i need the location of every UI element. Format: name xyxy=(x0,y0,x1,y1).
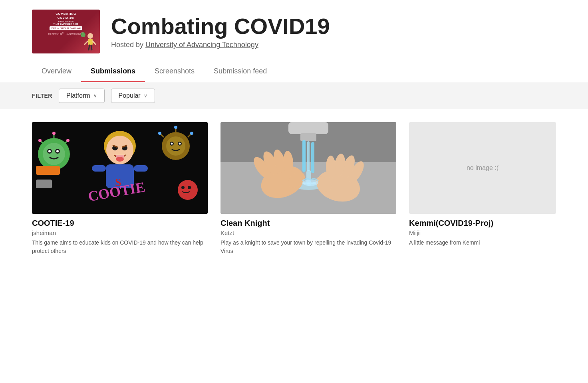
sort-filter-label: Popular xyxy=(119,92,141,99)
svg-point-44 xyxy=(174,126,177,129)
svg-rect-51 xyxy=(36,180,52,188)
tab-screenshots[interactable]: Screenshots xyxy=(145,61,204,82)
logo-subtitle: VIDEOGAMESTHAT EMPOWER KIDS xyxy=(54,20,79,25)
hosted-org-link[interactable]: University of Advancing Technology xyxy=(145,41,258,49)
svg-point-46 xyxy=(190,132,193,135)
svg-line-4 xyxy=(89,45,89,50)
tab-overview[interactable]: Overview xyxy=(32,61,81,82)
platform-filter-label: Platform xyxy=(66,92,90,99)
clean-knight-author: Ketzt xyxy=(220,229,396,236)
kemmi-author: Miijii xyxy=(409,229,556,236)
svg-rect-32 xyxy=(134,165,148,172)
cootie-19-title: COOTIE-19 xyxy=(32,219,208,228)
clean-knight-thumbnail xyxy=(220,122,396,214)
svg-point-48 xyxy=(181,186,185,189)
submission-card-cootie-19[interactable]: COOTIE S xyxy=(32,122,208,255)
platform-chevron-icon: ∨ xyxy=(93,93,97,99)
svg-rect-59 xyxy=(311,142,314,173)
svg-point-36 xyxy=(166,136,185,156)
cootie-19-author: jsheiman xyxy=(32,229,208,236)
clean-knight-title: Clean Knight xyxy=(220,219,396,228)
page-header: COMBATINGCOVID-19: VIDEOGAMESTHAT EMPOWE… xyxy=(0,0,588,61)
cootie-19-thumbnail: COOTIE S xyxy=(32,122,208,214)
svg-point-11 xyxy=(43,143,65,165)
svg-rect-58 xyxy=(307,141,310,171)
submission-card-kemmi[interactable]: no image :( Kemmi(COVID19-Proj) Miijii A… xyxy=(409,122,556,255)
svg-point-8 xyxy=(84,33,85,34)
svg-rect-31 xyxy=(92,165,106,172)
svg-rect-55 xyxy=(288,122,328,134)
sort-chevron-icon: ∨ xyxy=(144,93,147,99)
svg-point-45 xyxy=(158,132,161,135)
platform-filter[interactable]: Platform ∨ xyxy=(59,89,105,103)
svg-line-3 xyxy=(93,41,95,44)
svg-rect-50 xyxy=(36,166,60,175)
svg-text:S: S xyxy=(115,176,121,188)
svg-point-7 xyxy=(81,33,82,35)
tab-submissions[interactable]: Submissions xyxy=(81,61,145,82)
svg-rect-1 xyxy=(88,39,93,45)
svg-point-19 xyxy=(52,132,56,135)
svg-point-40 xyxy=(179,143,181,145)
filter-bar: FILTER Platform ∨ Popular ∨ xyxy=(0,82,588,109)
svg-point-15 xyxy=(56,150,59,152)
svg-point-29 xyxy=(116,157,124,162)
svg-point-14 xyxy=(48,150,51,152)
svg-point-39 xyxy=(171,143,173,145)
submission-card-clean-knight[interactable]: Clean Knight Ketzt Play as a knight to s… xyxy=(220,122,396,255)
filter-label: FILTER xyxy=(32,93,52,99)
main-nav: Overview Submissions Screenshots Submiss… xyxy=(0,61,588,82)
tab-submission-feed[interactable]: Submission feed xyxy=(204,61,276,82)
logo-illustration-icon xyxy=(78,30,98,52)
svg-point-49 xyxy=(188,186,191,189)
svg-line-2 xyxy=(85,41,88,44)
clean-knight-desc: Play as a knight to save your town by re… xyxy=(220,239,396,255)
logo-title: COMBATINGCOVID-19: xyxy=(56,12,76,20)
svg-point-47 xyxy=(178,180,198,200)
cootie-19-desc: This game aims to educate kids on COVID-… xyxy=(32,239,208,255)
header-info: Combating COVID19 Hosted by University o… xyxy=(111,14,330,49)
no-image-text: no image :( xyxy=(467,164,499,172)
svg-rect-56 xyxy=(300,133,316,141)
kemmi-title: Kemmi(COVID19-Proj) xyxy=(409,219,556,228)
svg-point-20 xyxy=(38,139,42,142)
page-title: Combating COVID19 xyxy=(111,14,330,39)
svg-point-21 xyxy=(66,139,70,142)
hosted-by: Hosted by University of Advancing Techno… xyxy=(111,41,330,49)
hosted-prefix: Hosted by xyxy=(111,41,145,49)
kemmi-desc: A little message from Kemmi xyxy=(409,239,556,247)
kemmi-thumbnail: no image :( xyxy=(409,122,556,214)
sort-filter[interactable]: Popular ∨ xyxy=(111,89,155,103)
logo-badge: VIRTUAL WEBAPP GAME JAM xyxy=(50,26,82,30)
svg-line-5 xyxy=(91,45,92,50)
svg-rect-57 xyxy=(302,140,306,172)
submissions-grid: COOTIE S xyxy=(0,109,588,268)
event-logo: COMBATINGCOVID-19: VIDEOGAMESTHAT EMPOWE… xyxy=(32,10,100,53)
svg-point-72 xyxy=(326,156,336,178)
svg-point-0 xyxy=(87,33,93,39)
